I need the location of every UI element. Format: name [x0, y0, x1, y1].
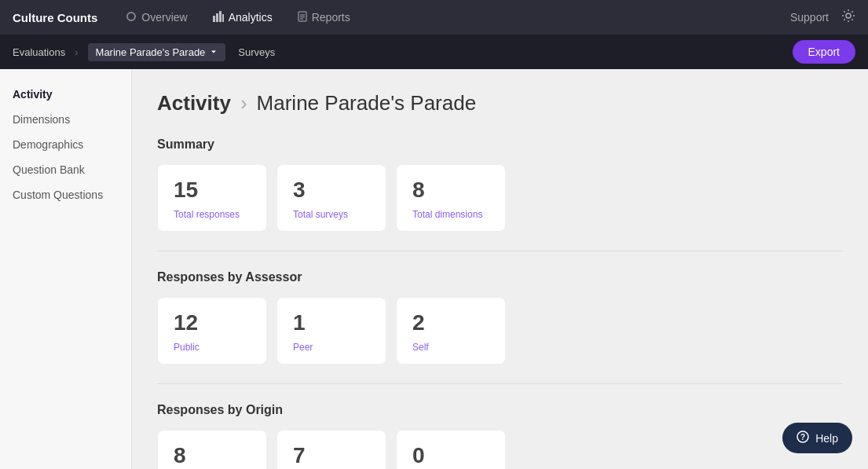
- stat-label-responses: Total responses: [174, 209, 251, 220]
- stat-number-online: 8: [174, 443, 251, 468]
- top-nav: Culture Counts Overview Analytics: [0, 0, 868, 35]
- breadcrumb-parade-label: Marine Parade's Parade: [96, 46, 206, 58]
- stat-label-peer: Peer: [293, 342, 370, 353]
- stat-number-self: 2: [412, 310, 489, 335]
- nav-right: Support: [790, 9, 855, 26]
- divider-2: [157, 383, 843, 384]
- stat-number-surveys: 3: [293, 178, 370, 203]
- stat-card-display: 0 Display: [396, 430, 506, 469]
- stat-label-dimensions: Total dimensions: [412, 209, 489, 220]
- brand-logo: Culture Counts: [13, 11, 97, 24]
- nav-reports[interactable]: Reports: [288, 6, 360, 29]
- stat-card-responses: 15 Total responses: [157, 164, 267, 232]
- sidebar-item-demographics[interactable]: Demographics: [0, 132, 131, 157]
- divider-1: [157, 251, 843, 251]
- page-title-sep: ›: [240, 91, 247, 115]
- nav-overview[interactable]: Overview: [116, 6, 196, 29]
- svg-rect-1: [213, 16, 215, 22]
- stat-card-public: 12 Public: [157, 297, 267, 365]
- stat-card-dimensions: 8 Total dimensions: [396, 164, 506, 232]
- sidebar: Activity Dimensions Demographics Questio…: [0, 69, 132, 469]
- sidebar-item-dimensions[interactable]: Dimensions: [0, 107, 131, 132]
- summary-cards-row: 15 Total responses 3 Total surveys 8 Tot…: [157, 164, 843, 232]
- assessor-title: Responses by Assessor: [157, 270, 843, 284]
- assessor-cards-row: 12 Public 1 Peer 2 Self: [157, 297, 843, 365]
- sidebar-item-custom-questions[interactable]: Custom Questions: [0, 182, 131, 207]
- help-label: Help: [815, 432, 838, 445]
- summary-title: Summary: [157, 137, 843, 152]
- support-link[interactable]: Support: [790, 11, 829, 24]
- stat-number-dimensions: 8: [412, 178, 489, 203]
- svg-text:?: ?: [800, 433, 805, 442]
- chevron-down-icon: [210, 48, 218, 56]
- stat-card-interview: 7 Interview: [277, 430, 386, 469]
- svg-rect-2: [216, 13, 218, 22]
- doc-icon: [298, 11, 307, 24]
- export-button[interactable]: Export: [793, 40, 855, 64]
- gear-icon[interactable]: [841, 9, 855, 26]
- svg-rect-4: [222, 14, 224, 22]
- stat-card-surveys: 3 Total surveys: [277, 164, 386, 232]
- page-title: Activity: [157, 91, 231, 115]
- sub-nav: Evaluations › Marine Parade's Parade Sur…: [0, 35, 868, 69]
- svg-point-0: [127, 13, 135, 20]
- stat-number-interview: 7: [293, 443, 370, 468]
- svg-rect-3: [219, 11, 222, 22]
- stat-number-display: 0: [412, 443, 489, 468]
- nav-analytics-label: Analytics: [229, 11, 273, 24]
- breadcrumb-evaluations[interactable]: Evaluations: [13, 46, 65, 58]
- bars-icon: [213, 11, 224, 24]
- page-header: Activity › Marine Parade's Parade: [157, 91, 843, 115]
- stat-label-self: Self: [412, 342, 489, 353]
- sidebar-item-question-bank[interactable]: Question Bank: [0, 157, 131, 182]
- origin-cards-row: 8 Online 7 Interview 0 Display: [157, 430, 843, 469]
- stat-card-peer: 1 Peer: [277, 297, 386, 365]
- stat-number-peer: 1: [293, 310, 370, 335]
- main-layout: Activity Dimensions Demographics Questio…: [0, 69, 868, 469]
- nav-overview-label: Overview: [141, 11, 187, 24]
- stat-label-public: Public: [174, 342, 251, 353]
- svg-point-9: [846, 13, 851, 18]
- origin-title: Responses by Origin: [157, 403, 843, 417]
- help-circle-icon: ?: [797, 431, 809, 445]
- stat-number-responses: 15: [174, 178, 251, 203]
- nav-reports-label: Reports: [312, 11, 350, 24]
- stat-number-public: 12: [174, 310, 251, 335]
- stat-card-online: 8 Online: [157, 430, 267, 469]
- stat-label-surveys: Total surveys: [293, 209, 370, 220]
- circle-icon: [126, 11, 137, 24]
- help-button[interactable]: ? Help: [782, 423, 852, 453]
- breadcrumb-parade[interactable]: Marine Parade's Parade: [88, 43, 226, 61]
- nav-analytics[interactable]: Analytics: [203, 6, 282, 29]
- breadcrumb-sep: ›: [75, 46, 78, 58]
- stat-card-self: 2 Self: [396, 297, 506, 365]
- page-subtitle: Marine Parade's Parade: [257, 91, 477, 115]
- breadcrumb-surveys[interactable]: Surveys: [238, 46, 275, 58]
- sidebar-item-activity[interactable]: Activity: [0, 82, 131, 107]
- main-content: Activity › Marine Parade's Parade Summar…: [132, 69, 868, 469]
